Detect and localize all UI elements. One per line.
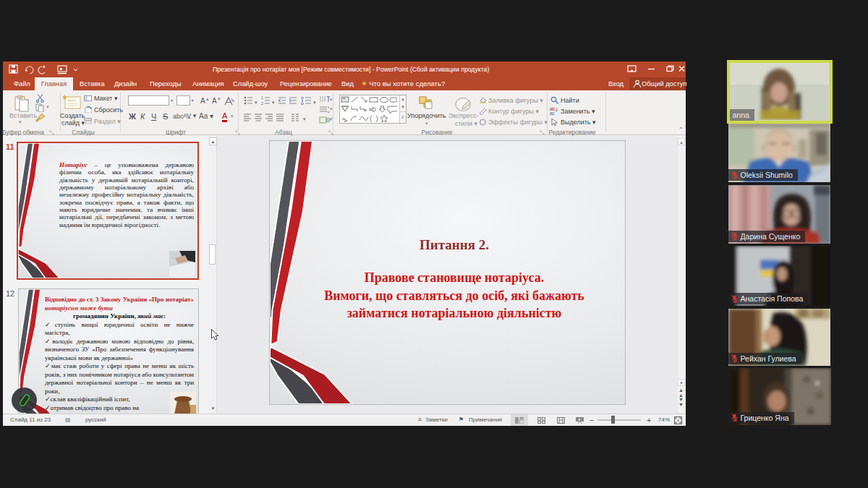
svg-text:1: 1 — [261, 96, 263, 100]
svg-text:▾: ▾ — [272, 100, 275, 105]
svg-text:▾: ▾ — [303, 116, 306, 121]
svg-text:2: 2 — [261, 101, 263, 105]
svg-text:▾: ▾ — [255, 100, 258, 105]
svg-text:▾: ▾ — [313, 100, 316, 105]
svg-text:ac: ac — [550, 111, 556, 115]
